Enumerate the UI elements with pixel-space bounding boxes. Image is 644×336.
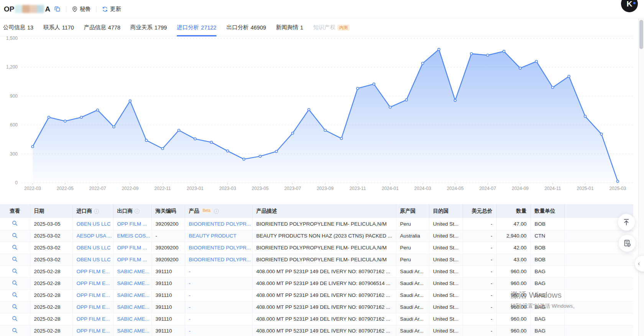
importer-link[interactable]: AESOP USA ... — [77, 233, 112, 239]
exporter-link[interactable]: SABIC AME... — [117, 328, 150, 334]
cell-blank — [564, 289, 633, 301]
cell-product: - — [185, 301, 252, 313]
importer-link[interactable]: OBEN US LLC — [77, 245, 111, 251]
x-axis-label: 2025-01 — [577, 186, 594, 191]
data-point-marker — [616, 180, 619, 182]
data-point-marker — [129, 100, 131, 102]
x-axis-label: 2023-03 — [219, 186, 236, 191]
copy-icon — [54, 6, 61, 12]
importer-link[interactable]: OPP FILM E... — [77, 280, 110, 286]
product-link[interactable]: - — [189, 280, 191, 286]
cell-exporter: SABIC AME... — [113, 277, 151, 289]
exporter-link[interactable]: SABIC AME... — [117, 269, 150, 274]
row-detail-button[interactable] — [12, 280, 18, 286]
row-detail-button[interactable] — [12, 304, 18, 310]
product-link[interactable]: - — [189, 292, 191, 298]
redact-block — [15, 5, 22, 13]
x-axis-label: 2023-09 — [317, 186, 334, 191]
x-axis-label: 2024-09 — [512, 186, 529, 191]
column-header-date: 日期 — [30, 204, 72, 218]
import-trend-chart[interactable]: 03006009001,2001,5002022-032022-052022-0… — [0, 36, 633, 195]
back-to-top-button[interactable] — [618, 214, 635, 231]
row-detail-button[interactable] — [12, 233, 18, 238]
tab-count: 1 — [300, 25, 303, 31]
cell-unit: BAG — [531, 301, 564, 313]
product-link[interactable]: BEAUTY PRODUCT — [189, 233, 237, 239]
tab-company-info[interactable]: 公司信息13 — [3, 19, 33, 36]
importer-link[interactable]: OPP FILM E... — [77, 328, 110, 334]
data-point-marker — [438, 48, 440, 51]
search-icon — [12, 256, 18, 262]
row-detail-button[interactable] — [12, 328, 18, 333]
product-link[interactable]: - — [189, 328, 191, 334]
tab-import-analysis[interactable]: 进口分析27122 — [177, 19, 216, 36]
row-detail-button[interactable] — [12, 268, 18, 274]
column-header-label: 美元总价 — [472, 208, 493, 214]
tab-news[interactable]: 新闻舆情1 — [276, 19, 303, 36]
exporter-link[interactable]: SABIC AME... — [117, 280, 150, 286]
exporter-link[interactable]: OPP FILM ... — [117, 221, 147, 227]
cell-product: BEAUTY PRODUCT — [185, 230, 252, 242]
location-pin-icon — [72, 6, 78, 12]
collapse-panel-tab[interactable]: ‹ — [635, 256, 644, 272]
cell-blank — [564, 313, 633, 325]
refresh-button[interactable]: 更新 — [102, 5, 121, 13]
row-detail-button[interactable] — [12, 316, 18, 321]
data-point-marker — [275, 150, 278, 152]
row-detail-button[interactable] — [12, 256, 18, 262]
cell-view — [0, 266, 30, 277]
tab-contacts[interactable]: 联系人1170 — [43, 19, 74, 36]
search-icon — [12, 292, 18, 298]
tab-label: 新闻舆情 — [276, 24, 298, 31]
row-detail-button[interactable] — [12, 292, 18, 298]
exporter-link[interactable]: SABIC AME... — [117, 316, 150, 322]
scrollbar-thumb[interactable] — [639, 20, 643, 49]
importer-link[interactable]: OBEN US LLC — [77, 257, 111, 262]
cell-qty: 960.00 — [496, 277, 531, 289]
divider — [96, 7, 97, 12]
importer-link[interactable]: OBEN US LLC — [77, 221, 111, 227]
tab-product-info[interactable]: 产品信息4778 — [84, 19, 120, 36]
cell-exporter: SABIC AME... — [113, 289, 151, 301]
country-item[interactable]: 秘鲁 — [72, 5, 91, 13]
cell-view — [0, 218, 30, 230]
cell-product: BIOORIENTED POLYPR... — [185, 254, 252, 266]
data-point-marker — [31, 146, 34, 148]
row-detail-button[interactable] — [12, 244, 18, 250]
tab-export-analysis[interactable]: 出口分析46909 — [227, 19, 266, 36]
top-bar: OP A 秘鲁 更新 K — [0, 0, 644, 18]
exporter-link[interactable]: SABIC AME... — [117, 292, 150, 298]
logo-avatar[interactable]: K — [621, 0, 638, 12]
copy-button[interactable] — [54, 6, 61, 12]
cell-origin: Saudi Ar... — [396, 289, 429, 301]
exporter-link[interactable]: EMEIS COS... — [117, 233, 150, 239]
feedback-icon — [623, 239, 631, 247]
cell-desc: BIORIENTED POLYPROPYLENE FILM- PELICULA,… — [252, 254, 396, 266]
row-detail-button[interactable] — [12, 220, 18, 226]
tab-business-relations[interactable]: 商业关系1799 — [130, 19, 167, 36]
cell-importer: OPP FILM E... — [72, 266, 113, 277]
exporter-link[interactable]: SABIC AME... — [117, 304, 150, 310]
column-header-importer: 进口商i — [72, 204, 113, 218]
product-link[interactable]: BIOORIENTED POLYPR... — [189, 245, 251, 251]
data-point-marker — [48, 116, 50, 118]
importer-link[interactable]: OPP FILM E... — [77, 304, 110, 310]
importer-link[interactable]: OPP FILM E... — [77, 269, 110, 274]
product-link[interactable]: - — [189, 304, 191, 310]
cell-unit: BAG — [531, 325, 564, 336]
importer-link[interactable]: OPP FILM E... — [77, 292, 110, 298]
cell-usd: - — [463, 313, 496, 325]
exporter-link[interactable]: OPP FILM ... — [117, 257, 147, 262]
product-link[interactable]: BIOORIENTED POLYPR... — [189, 221, 251, 227]
data-point-marker — [519, 67, 521, 69]
product-link[interactable]: - — [189, 316, 191, 322]
feedback-button[interactable] — [619, 235, 636, 252]
importer-link[interactable]: OPP FILM E... — [77, 316, 110, 322]
tab-ip[interactable]: 知识产权内测 — [313, 19, 350, 36]
cell-dest: United St... — [429, 289, 463, 301]
cell-product: - — [185, 277, 252, 289]
exporter-link[interactable]: OPP FILM ... — [117, 245, 147, 251]
product-link[interactable]: - — [189, 269, 191, 274]
page-scrollbar[interactable] — [638, 18, 644, 336]
product-link[interactable]: BIOORIENTED POLYPR... — [189, 257, 251, 262]
